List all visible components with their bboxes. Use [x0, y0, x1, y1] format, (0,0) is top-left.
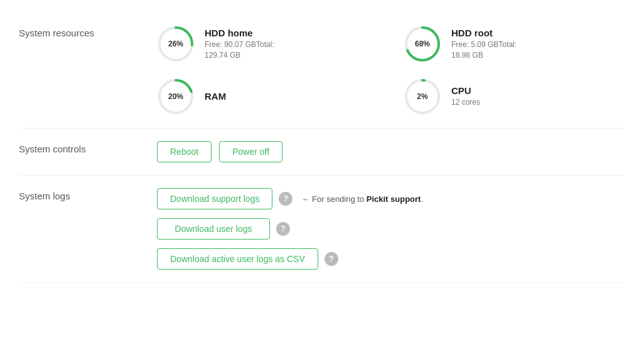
reboot-button[interactable]: Reboot	[157, 141, 212, 162]
system-resources-label: System resources	[19, 25, 157, 38]
active-user-logs-button[interactable]: Download active user logs as CSV	[157, 248, 318, 270]
log-row-user-logs: Download user logs?	[157, 218, 625, 240]
support-logs-help-icon[interactable]: ?	[279, 192, 292, 206]
circle-label-ram: 20%	[168, 92, 183, 101]
resource-title-ram: RAM	[205, 91, 226, 102]
power-off-button[interactable]: Power off	[219, 141, 282, 162]
system-resources-section: System resources 26% HDD home Free: 90.0…	[19, 13, 625, 129]
circle-label-cpu: 2%	[417, 92, 427, 101]
resource-item-ram: 20% RAM	[157, 78, 378, 115]
support-logs-button[interactable]: Download support logs	[157, 188, 272, 209]
resource-info-hdd-root: HDD root Free: 5.09 GBTotal:18.98 GB	[451, 28, 517, 61]
system-logs-label: System logs	[19, 188, 157, 201]
resource-title-hdd-home: HDD home	[205, 28, 274, 38]
page: System resources 26% HDD home Free: 90.0…	[0, 0, 644, 295]
resource-item-cpu: 2% CPU 12 cores	[404, 78, 625, 115]
logs-content: Download support logs?← For sending to P…	[157, 188, 625, 270]
controls-row: RebootPower off	[157, 141, 625, 162]
circle-cpu: 2%	[404, 78, 441, 115]
log-row-active-user-logs: Download active user logs as CSV?	[157, 248, 625, 270]
active-user-logs-help-icon[interactable]: ?	[325, 252, 338, 266]
logs-column: Download support logs?← For sending to P…	[157, 188, 625, 270]
resource-info-cpu: CPU 12 cores	[451, 85, 480, 108]
circle-label-hdd-home: 26%	[168, 40, 183, 48]
circle-label-hdd-root: 68%	[415, 40, 430, 48]
system-controls-label: System controls	[19, 141, 157, 154]
user-logs-help-icon[interactable]: ?	[276, 222, 290, 236]
resource-info-ram: RAM	[205, 91, 226, 103]
resource-title-cpu: CPU	[451, 85, 480, 96]
log-row-support-logs: Download support logs?← For sending to P…	[157, 188, 625, 209]
system-logs-section: System logs Download support logs?← For …	[19, 176, 625, 283]
resource-item-hdd-root: 68% HDD root Free: 5.09 GBTotal:18.98 GB	[404, 25, 625, 63]
resources-grid-container: 26% HDD home Free: 90.07 GBTotal:129.74 …	[157, 25, 625, 115]
system-controls-section: System controls RebootPower off	[19, 129, 625, 176]
controls-content: RebootPower off	[157, 141, 625, 162]
user-logs-button[interactable]: Download user logs	[157, 218, 270, 240]
resource-item-hdd-home: 26% HDD home Free: 90.07 GBTotal:129.74 …	[157, 25, 378, 63]
resources-grid: 26% HDD home Free: 90.07 GBTotal:129.74 …	[157, 25, 625, 115]
circle-hdd-root: 68%	[404, 25, 441, 63]
support-logs-note: ← For sending to Pickit support.	[301, 194, 423, 204]
resource-info-hdd-home: HDD home Free: 90.07 GBTotal:129.74 GB	[205, 28, 274, 61]
circle-hdd-home: 26%	[157, 25, 195, 63]
circle-ram: 20%	[157, 78, 195, 115]
resource-title-hdd-root: HDD root	[451, 28, 517, 38]
